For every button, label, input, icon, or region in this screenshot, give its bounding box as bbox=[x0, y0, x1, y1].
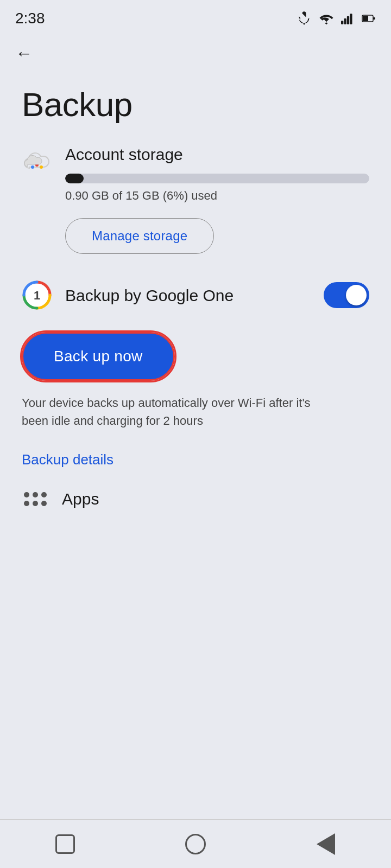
svg-rect-0 bbox=[341, 21, 343, 24]
signal-icon bbox=[341, 12, 355, 25]
svg-rect-3 bbox=[350, 14, 352, 24]
storage-section-title: Account storage bbox=[65, 145, 369, 164]
cloud-icon-wrap bbox=[22, 148, 52, 180]
dot-6 bbox=[41, 501, 47, 506]
recents-square-icon bbox=[55, 834, 75, 854]
backup-toggle-wrap[interactable] bbox=[324, 282, 369, 308]
svg-point-9 bbox=[40, 165, 43, 169]
apps-label: Apps bbox=[62, 490, 99, 508]
svg-text:1: 1 bbox=[34, 289, 40, 302]
backup-now-container: Back up now Your device backs up automat… bbox=[22, 332, 369, 430]
nav-home-button[interactable] bbox=[182, 831, 209, 858]
svg-rect-1 bbox=[344, 18, 346, 24]
dot-4 bbox=[24, 501, 29, 506]
backup-toggle[interactable] bbox=[324, 282, 369, 308]
svg-rect-5 bbox=[373, 17, 375, 20]
storage-progress-fill bbox=[65, 174, 84, 183]
storage-progress-bar bbox=[65, 174, 369, 183]
status-icons bbox=[297, 11, 376, 26]
bottom-nav bbox=[0, 819, 391, 868]
nav-recents-button[interactable] bbox=[52, 831, 79, 858]
home-circle-icon bbox=[185, 834, 206, 854]
content-area: Account storage 0.90 GB of 15 GB (6%) us… bbox=[0, 145, 391, 519]
svg-point-7 bbox=[31, 165, 34, 169]
dot-2 bbox=[33, 492, 38, 497]
backup-section-text: Backup by Google One bbox=[65, 285, 311, 306]
backup-google-one-title: Backup by Google One bbox=[65, 285, 311, 306]
back-triangle-icon bbox=[317, 833, 335, 855]
battery-icon bbox=[362, 12, 376, 25]
nav-back-button[interactable] bbox=[312, 831, 339, 858]
google-cloud-icon bbox=[22, 148, 52, 178]
dot-3 bbox=[41, 492, 47, 497]
manage-storage-button[interactable]: Manage storage bbox=[65, 218, 214, 254]
backup-details-link[interactable]: Backup details bbox=[22, 451, 369, 468]
backup-google-one-section: 1 Backup by Google One bbox=[22, 280, 369, 310]
status-bar: 2:38 bbox=[0, 0, 391, 33]
page-title: Backup bbox=[0, 74, 391, 145]
storage-info: Account storage 0.90 GB of 15 GB (6%) us… bbox=[65, 145, 369, 254]
backup-info-text: Your device backs up automatically over … bbox=[22, 394, 326, 430]
backup-now-button[interactable]: Back up now bbox=[22, 332, 175, 381]
back-arrow-icon: ← bbox=[15, 43, 33, 63]
svg-rect-6 bbox=[363, 16, 368, 21]
google-one-icon: 1 bbox=[22, 280, 52, 310]
apps-row: Apps bbox=[22, 490, 369, 519]
apps-grid-icon bbox=[22, 490, 49, 508]
storage-usage-text: 0.90 GB of 15 GB (6%) used bbox=[65, 189, 369, 203]
dot-1 bbox=[24, 492, 29, 497]
back-button[interactable]: ← bbox=[0, 33, 391, 74]
account-storage-section: Account storage 0.90 GB of 15 GB (6%) us… bbox=[22, 145, 369, 254]
status-time: 2:38 bbox=[15, 10, 45, 27]
wifi-icon bbox=[318, 12, 335, 25]
mute-icon bbox=[297, 11, 312, 26]
toggle-thumb bbox=[346, 285, 367, 305]
dot-5 bbox=[33, 501, 38, 506]
svg-rect-2 bbox=[347, 16, 349, 24]
